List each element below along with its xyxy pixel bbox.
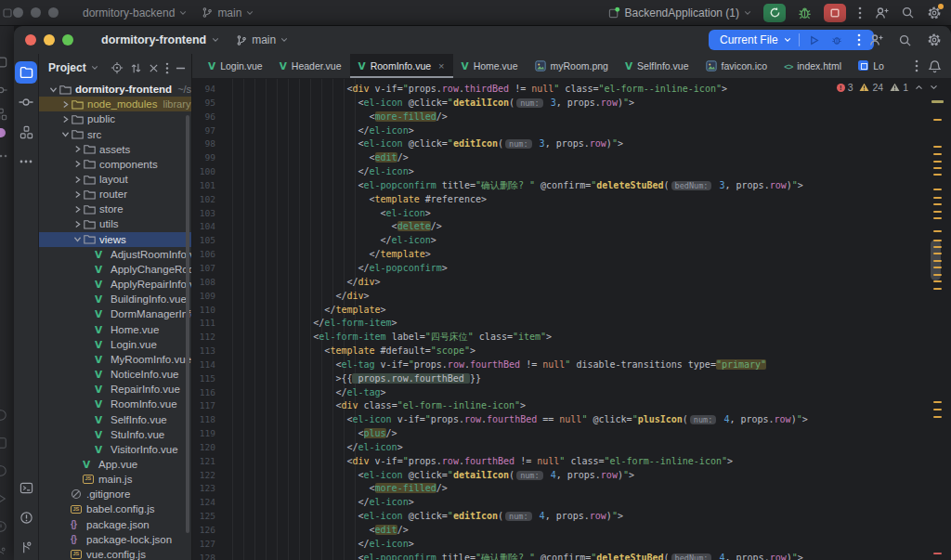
line-number[interactable]: 122 — [192, 469, 224, 483]
stripe-project-button[interactable] — [15, 61, 37, 84]
add-user-icon[interactable] — [868, 33, 883, 47]
tree-item-components[interactable]: components — [39, 157, 191, 172]
line-number[interactable]: 120 — [192, 441, 224, 455]
code-line[interactable]: 96<more-filled/> — [192, 111, 951, 124]
chevron-right-icon[interactable] — [59, 115, 72, 124]
code-line[interactable]: 115>{{ props.row.fourthBed }} — [192, 372, 951, 386]
line-number[interactable]: 123 — [192, 482, 224, 496]
chevron-right-icon[interactable] — [71, 220, 84, 228]
tree-item-layout[interactable]: layout — [39, 172, 191, 187]
services-icon[interactable] — [0, 409, 7, 422]
code-line[interactable]: 99<edit/> — [192, 151, 951, 165]
weak-warning-count[interactable]: 1 — [890, 82, 908, 93]
code-line[interactable]: 125<el-icon @click="editIcon(num: 4, pro… — [192, 510, 951, 524]
tab-Header.vue[interactable]: VHeader.vue — [271, 54, 350, 78]
line-number[interactable]: 118 — [192, 413, 224, 427]
stripe-commit-button[interactable] — [15, 91, 37, 113]
code-line[interactable]: 122<el-icon @click="detailIcon(num: 4, p… — [192, 469, 951, 483]
line-number[interactable]: 125 — [192, 510, 224, 524]
tab-close-icon[interactable]: × — [438, 60, 444, 72]
tree-item-BuildingInfo.vue[interactable]: VBuildingInfo.vue — [39, 292, 191, 306]
kebab-menu-icon[interactable] — [858, 7, 862, 20]
tab-Login.vue[interactable]: VLogin.vue — [200, 54, 271, 78]
chevron-right-icon[interactable] — [71, 205, 84, 214]
line-number[interactable]: 128 — [192, 552, 224, 560]
tab-overflow-kebab-icon[interactable] — [907, 54, 926, 78]
code-line[interactable]: 116</el-tag> — [192, 386, 951, 400]
line-number[interactable]: 105 — [192, 234, 224, 248]
code-line[interactable]: 112<el-form-item label="四号床位" class="ite… — [192, 331, 951, 345]
tree-item-node_modules[interactable]: node_moduleslibrary root — [39, 97, 191, 111]
line-number[interactable]: 111 — [192, 317, 224, 331]
stripe-git-button[interactable] — [15, 536, 37, 558]
maximize-window-button[interactable] — [48, 7, 59, 18]
stripe-problems-button[interactable] — [15, 506, 37, 528]
tab-Lo[interactable]: Lo — [850, 54, 892, 78]
tree-item-.gitignore[interactable]: .gitignore — [39, 487, 191, 501]
chevron-right-icon[interactable] — [71, 160, 84, 168]
line-number[interactable]: 109 — [192, 290, 224, 304]
tree-item-dormitory-frontend[interactable]: dormitory-frontend~/salePr — [39, 82, 191, 97]
chevron-down-icon[interactable] — [46, 86, 59, 93]
stop-button[interactable] — [824, 4, 846, 22]
todo-icon[interactable] — [0, 436, 7, 449]
code-line[interactable]: 114<el-tag v-if="props.row.fourthBed != … — [192, 358, 951, 372]
tab-RoomInfo.vue[interactable]: VRoomInfo.vue× — [350, 54, 453, 78]
code-line[interactable]: 98<el-icon @click="editIcon(num: 3, prop… — [192, 137, 951, 151]
tree-item-VisitorInfo.vue[interactable]: VVisitorInfo.vue — [39, 442, 191, 457]
stripe-structure-button[interactable] — [15, 121, 37, 143]
line-number[interactable]: 112 — [192, 331, 224, 345]
close-window-button[interactable] — [13, 7, 23, 18]
code-line[interactable]: 108</div> — [192, 276, 951, 290]
tree-item-NoticeInfo.vue[interactable]: VNoticeInfo.vue — [39, 367, 191, 382]
tab-index.html[interactable]: <>index.html — [775, 54, 850, 78]
frontend-project-menu[interactable]: dormitory-frontend — [101, 33, 219, 46]
backend-project-menu[interactable]: dormitory-backend — [83, 7, 187, 20]
settings-gear-icon[interactable] — [927, 6, 942, 20]
tab-myRoom.png[interactable]: myRoom.png — [527, 54, 617, 78]
line-number[interactable]: 103 — [192, 207, 224, 221]
code-line[interactable]: 127</el-icon> — [192, 538, 951, 552]
code-line[interactable]: 120</el-icon> — [192, 441, 951, 455]
line-number[interactable]: 102 — [192, 193, 224, 207]
line-number[interactable]: 127 — [192, 538, 224, 552]
chevron-down-icon[interactable] — [59, 131, 72, 137]
code-line[interactable]: 102<template #reference> — [192, 193, 951, 207]
tree-item-babel.config.js[interactable]: JSbabel.config.js — [39, 501, 191, 516]
project-tree-scrollbar[interactable] — [186, 115, 189, 533]
line-number[interactable]: 110 — [192, 304, 224, 318]
line-number[interactable]: 96 — [192, 111, 224, 124]
line-number[interactable]: 117 — [192, 399, 224, 413]
tree-item-main.js[interactable]: JSmain.js — [39, 472, 191, 487]
chevron-right-icon[interactable] — [71, 190, 84, 199]
tree-item-router[interactable]: router — [39, 187, 191, 202]
run-tool-icon[interactable] — [0, 492, 7, 505]
code-line[interactable]: 97</el-icon> — [192, 124, 951, 138]
tab-Home.vue[interactable]: VHome.vue — [453, 54, 527, 78]
prev-problem-icon[interactable] — [915, 85, 923, 90]
tree-item-Home.vue[interactable]: VHome.vue — [39, 322, 191, 337]
line-number[interactable]: 113 — [192, 345, 224, 358]
next-problem-icon[interactable] — [930, 85, 938, 90]
kebab-menu-icon[interactable] — [165, 62, 169, 74]
code-line[interactable]: 113<template #default="scope"> — [192, 345, 951, 358]
line-number[interactable]: 121 — [192, 455, 224, 469]
line-number[interactable]: 126 — [192, 524, 224, 538]
tree-item-vue.config.js[interactable]: JSvue.config.js — [39, 547, 191, 560]
tree-item-views[interactable]: views — [39, 232, 191, 247]
code-line[interactable]: 104<delete/> — [192, 220, 951, 234]
stripe-more-button[interactable] — [15, 150, 37, 173]
commit-icon[interactable] — [0, 84, 7, 97]
code-line[interactable]: 106</template> — [192, 248, 951, 262]
tree-item-SelfInfo.vue[interactable]: VSelfInfo.vue — [39, 411, 191, 426]
window-menu-icon[interactable] — [3, 8, 12, 18]
tree-item-assets[interactable]: assets — [39, 142, 191, 157]
code-line[interactable]: 95<el-icon @click="detailIcon(num: 3, pr… — [192, 97, 951, 111]
code-line[interactable]: 123<more-filled/> — [192, 482, 951, 496]
line-number[interactable]: 95 — [192, 97, 224, 111]
git-tool-icon[interactable] — [0, 546, 7, 559]
more-tools-icon[interactable] — [0, 154, 7, 167]
kebab-menu-icon[interactable] — [848, 31, 870, 49]
tree-item-App.vue[interactable]: VApp.vue — [39, 457, 191, 472]
frontend-branch-menu[interactable]: main — [236, 33, 288, 46]
